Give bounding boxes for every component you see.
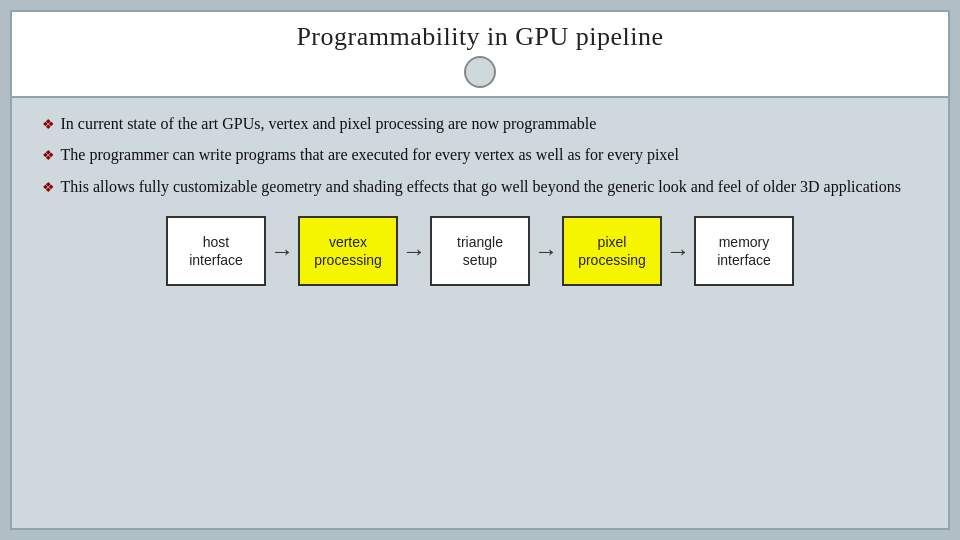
pipeline-stage-host-interface: hostinterface bbox=[166, 216, 266, 286]
slide-title: Programmability in GPU pipeline bbox=[32, 22, 928, 52]
pipeline-arrow-2: → bbox=[402, 239, 426, 263]
stage-label-host: hostinterface bbox=[189, 233, 243, 269]
pipeline-stage-triangle-setup: trianglesetup bbox=[430, 216, 530, 286]
pipeline-stage-memory-interface: memoryinterface bbox=[694, 216, 794, 286]
pipeline-arrow-4: → bbox=[666, 239, 690, 263]
header-icon-decoration bbox=[464, 56, 496, 88]
bullet-3: This allows fully customizable geometry … bbox=[42, 175, 918, 198]
pipeline-stage-vertex-processing: vertexprocessing bbox=[298, 216, 398, 286]
pipeline-stage-pixel-processing: pixelprocessing bbox=[562, 216, 662, 286]
slide-body: In current state of the art GPUs, vertex… bbox=[12, 98, 948, 528]
stage-label-triangle: trianglesetup bbox=[457, 233, 503, 269]
slide: Programmability in GPU pipeline In curre… bbox=[10, 10, 950, 530]
stage-label-pixel: pixelprocessing bbox=[578, 233, 646, 269]
bullet-2: The programmer can write programs that a… bbox=[42, 143, 918, 166]
stage-label-vertex: vertexprocessing bbox=[314, 233, 382, 269]
stage-label-memory: memoryinterface bbox=[717, 233, 771, 269]
slide-header: Programmability in GPU pipeline bbox=[12, 12, 948, 98]
pipeline-diagram: hostinterface → vertexprocessing → trian… bbox=[42, 216, 918, 286]
bullet-1: In current state of the art GPUs, vertex… bbox=[42, 112, 918, 135]
pipeline-arrow-3: → bbox=[534, 239, 558, 263]
pipeline-arrow-1: → bbox=[270, 239, 294, 263]
